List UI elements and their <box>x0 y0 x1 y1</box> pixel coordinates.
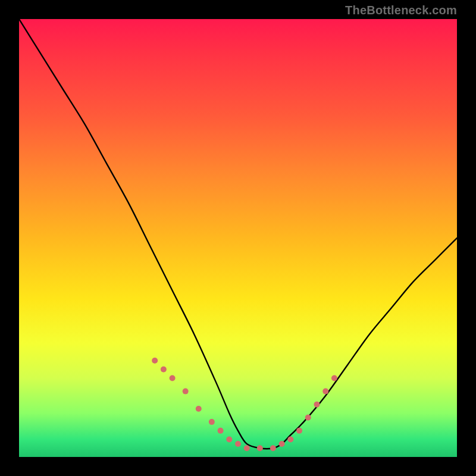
curve-marker <box>279 441 285 447</box>
curve-marker <box>270 445 276 451</box>
curve-marker <box>322 389 328 394</box>
curve-marker <box>305 415 311 421</box>
curve-marker <box>152 358 158 364</box>
curve-marker <box>287 437 293 443</box>
curve-marker <box>244 445 250 451</box>
chart-container: TheBottleneck.com <box>0 0 476 476</box>
curve-marker <box>226 437 232 443</box>
curve-marker <box>257 445 263 451</box>
bottleneck-curve-svg <box>19 19 457 457</box>
curve-marker <box>183 389 189 394</box>
curve-marker <box>218 428 224 434</box>
curve-marker <box>161 367 167 372</box>
marker-group <box>152 358 337 451</box>
curve-marker <box>170 375 176 381</box>
curve-marker <box>235 441 241 447</box>
plot-area <box>19 19 457 457</box>
curve-marker <box>331 375 337 381</box>
curve-marker <box>314 402 320 408</box>
curve-path <box>19 19 457 449</box>
attribution-text: TheBottleneck.com <box>345 4 457 17</box>
curve-marker <box>296 428 302 434</box>
curve-marker <box>196 406 202 412</box>
curve-marker <box>209 419 215 425</box>
